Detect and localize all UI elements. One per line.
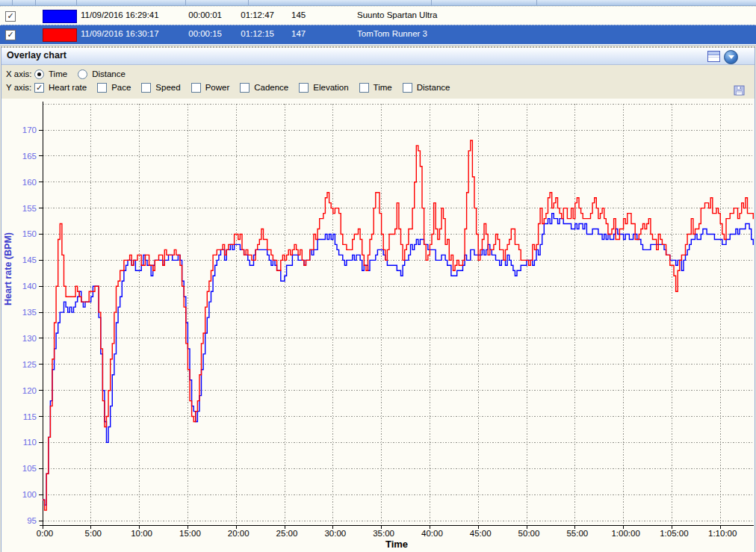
option-label: Pace bbox=[111, 83, 131, 92]
column-separator bbox=[431, 0, 432, 5]
hr-series-tomtom-runner-3 bbox=[43, 140, 755, 510]
radio-icon[interactable] bbox=[78, 69, 87, 79]
activity-row[interactable]: ✓11/09/2016 16:29:4100:00:0101:12:47145S… bbox=[0, 6, 756, 25]
y-axis-option-speed[interactable]: Speed bbox=[141, 83, 180, 93]
svg-text:10:00: 10:00 bbox=[131, 529, 152, 538]
checkbox-icon[interactable] bbox=[191, 83, 201, 93]
x-tick-labels: 0:005:0010:0015:0020:0025:0030:0035:0040… bbox=[37, 529, 737, 538]
svg-text:125: 125 bbox=[22, 360, 37, 369]
y-axis-option-distance[interactable]: Distance bbox=[403, 83, 450, 93]
option-label: Distance bbox=[92, 69, 126, 78]
checkbox-icon[interactable] bbox=[403, 83, 412, 93]
option-label: Cadence bbox=[254, 83, 288, 92]
app-window: { "table": { "rows": [ {"checked": true,… bbox=[0, 0, 756, 552]
radio-icon[interactable] bbox=[34, 69, 44, 79]
svg-text:135: 135 bbox=[22, 308, 37, 317]
svg-text:150: 150 bbox=[22, 229, 37, 238]
column-separator bbox=[185, 0, 186, 5]
svg-text:35:00: 35:00 bbox=[373, 529, 394, 538]
checkbox-icon[interactable] bbox=[299, 83, 309, 93]
svg-text:45:00: 45:00 bbox=[470, 529, 492, 538]
option-label: Speed bbox=[155, 83, 180, 92]
column-separator bbox=[536, 0, 537, 5]
column-separator bbox=[35, 0, 36, 5]
column-separator bbox=[248, 0, 249, 5]
checkbox-icon[interactable] bbox=[359, 83, 369, 93]
svg-text:25:00: 25:00 bbox=[276, 529, 298, 538]
series-color-swatch[interactable] bbox=[43, 10, 77, 23]
activity-datetime: 11/09/2016 16:30:17 bbox=[81, 29, 159, 38]
activity-row[interactable]: ✓11/09/2016 16:30:1700:00:1501:12:15147T… bbox=[0, 25, 756, 44]
activity-datetime: 11/09/2016 16:29:41 bbox=[81, 10, 159, 19]
chart-gridlines bbox=[43, 104, 754, 525]
svg-text:130: 130 bbox=[22, 334, 37, 343]
x-axis-option-distance[interactable]: Distance bbox=[78, 69, 126, 79]
y-axis-option-power[interactable]: Power bbox=[191, 83, 230, 93]
activity-offset: 00:00:15 bbox=[173, 29, 222, 38]
svg-text:140: 140 bbox=[22, 282, 37, 291]
option-label: Distance bbox=[417, 83, 450, 92]
y-axis-option-time[interactable]: Time bbox=[359, 83, 392, 93]
y-axis-option-pace[interactable]: Pace bbox=[97, 83, 131, 93]
activity-visible-checkbox[interactable]: ✓ bbox=[5, 30, 16, 40]
activity-avg-hr: 147 bbox=[291, 29, 306, 38]
activity-device-name: TomTom Runner 3 bbox=[357, 29, 427, 38]
svg-text:155: 155 bbox=[22, 204, 37, 213]
activity-device-name: Suunto Spartan Ultra bbox=[357, 10, 437, 19]
heart-rate-overlay-chart: 9510010511011512012513013514014515015516… bbox=[0, 97, 756, 552]
activity-duration: 01:12:15 bbox=[225, 29, 274, 38]
svg-text:50:00: 50:00 bbox=[518, 529, 540, 538]
svg-text:40:00: 40:00 bbox=[421, 529, 443, 538]
y-axis-option-heart-rate[interactable]: ✓Heart rate bbox=[34, 83, 87, 93]
svg-text:1:10:00: 1:10:00 bbox=[708, 529, 737, 538]
svg-text:1:05:00: 1:05:00 bbox=[660, 529, 688, 538]
svg-text:30:00: 30:00 bbox=[324, 529, 346, 538]
column-separator bbox=[76, 0, 77, 5]
window-icon[interactable] bbox=[707, 51, 720, 62]
x-axis-option-time[interactable]: Time bbox=[34, 69, 67, 79]
x-axis-option-row: X axis: TimeDistance bbox=[6, 68, 136, 80]
svg-text:110: 110 bbox=[23, 438, 37, 447]
svg-text:15:00: 15:00 bbox=[179, 529, 201, 538]
svg-text:165: 165 bbox=[22, 152, 37, 161]
collapse-chevron-down-icon[interactable] bbox=[724, 50, 738, 64]
activity-list: ✓11/09/2016 16:29:4100:00:0101:12:47145S… bbox=[0, 0, 756, 46]
svg-text:0:00: 0:00 bbox=[37, 529, 53, 538]
list-column-header[interactable] bbox=[0, 0, 756, 6]
svg-text:145: 145 bbox=[22, 255, 37, 264]
svg-text:105: 105 bbox=[22, 464, 37, 473]
x-axis-label: X axis: bbox=[6, 69, 34, 78]
svg-text:5:00: 5:00 bbox=[85, 529, 102, 538]
y-axis-option-cadence[interactable]: Cadence bbox=[240, 83, 288, 93]
y-axis-label: Y axis: bbox=[6, 83, 34, 92]
option-label: Heart rate bbox=[49, 83, 87, 92]
chart-axes bbox=[39, 102, 754, 529]
series-color-swatch[interactable] bbox=[43, 28, 77, 42]
option-label: Time bbox=[49, 69, 67, 78]
checkbox-icon[interactable] bbox=[240, 83, 250, 93]
y-axis-option-elevation[interactable]: Elevation bbox=[299, 83, 348, 93]
activity-visible-checkbox[interactable]: ✓ bbox=[5, 11, 16, 22]
save-floppy-icon[interactable] bbox=[734, 85, 746, 96]
svg-text:120: 120 bbox=[22, 386, 37, 395]
activity-offset: 00:00:01 bbox=[173, 10, 222, 19]
activity-duration: 01:12:47 bbox=[225, 10, 274, 19]
svg-text:1:00:00: 1:00:00 bbox=[611, 529, 639, 538]
hr-series-lines bbox=[43, 140, 755, 510]
checkbox-icon[interactable]: ✓ bbox=[34, 83, 44, 93]
activity-avg-hr: 145 bbox=[291, 10, 306, 19]
svg-text:20:00: 20:00 bbox=[228, 529, 250, 538]
option-label: Power bbox=[205, 83, 230, 92]
svg-text:115: 115 bbox=[23, 412, 37, 421]
y-axis-option-row: Y axis: ✓Heart ratePaceSpeedPowerCadence… bbox=[6, 81, 460, 93]
overlay-chart-header: Overlay chart bbox=[1, 48, 755, 65]
svg-text:55:00: 55:00 bbox=[566, 529, 588, 538]
checkbox-icon[interactable] bbox=[97, 83, 107, 93]
y-tick-labels: 9510010511011512012513013514014515015516… bbox=[22, 125, 37, 525]
svg-text:100: 100 bbox=[22, 490, 37, 499]
svg-text:160: 160 bbox=[22, 178, 37, 187]
option-label: Time bbox=[374, 83, 392, 92]
panel-title: Overlay chart bbox=[7, 50, 66, 61]
checkbox-icon[interactable] bbox=[141, 83, 151, 93]
option-label: Elevation bbox=[313, 83, 348, 92]
